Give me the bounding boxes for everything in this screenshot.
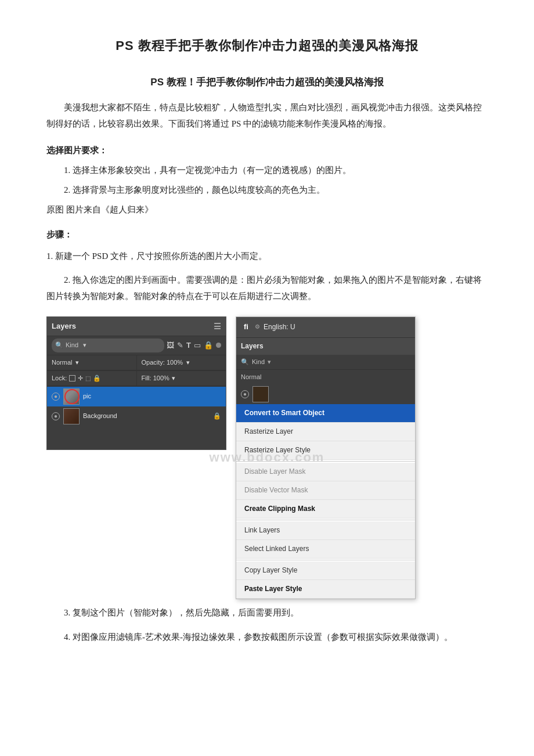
disable-vector-mask-item[interactable]: Disable Vector Mask	[236, 481, 415, 500]
origin-text: 原图 图片来自《超人归来》	[46, 202, 488, 218]
context-kind-arrow: ▾	[268, 357, 271, 368]
fill-dropdown[interactable]: ▾	[172, 373, 175, 384]
layer-bg-row[interactable]: ● Background 🔒	[47, 406, 226, 426]
settings-icon: ⚙	[255, 322, 260, 332]
fill-row[interactable]: Fill: 100% ▾	[137, 371, 226, 386]
layers-panel-header: Layers ☰	[47, 317, 226, 337]
select-linked-layers-item[interactable]: Select Linked Layers	[236, 540, 415, 559]
panels-container: www.bdocx.com Layers ☰ 🔍 Kind ▾ 🖼 ✎ T ▭ …	[46, 316, 488, 599]
move-icon[interactable]: ✛	[78, 373, 83, 384]
rasterize-layer-style-item[interactable]: Rasterize Layer Style	[236, 441, 415, 460]
lock-filter-icon[interactable]: 🔒	[204, 339, 213, 352]
opacity-label: Opacity: 100%	[142, 357, 183, 368]
paste-layer-style-item[interactable]: Paste Layer Style	[236, 580, 415, 599]
layers-title: Layers	[52, 320, 76, 333]
lang-label: English: U	[264, 321, 295, 333]
lock-pos-icon[interactable]: ⬚	[85, 373, 91, 384]
step-4: 4. 对图像应用滤镜库-艺术效果-海报边缘效果，参数按截图所示设置（参数可根据实…	[46, 629, 488, 646]
lock-row: Lock: ✛ ⬚ 🔒	[47, 371, 137, 386]
step-1: 1. 新建一个 PSD 文件，尺寸按照你所选的图片大小而定。	[46, 249, 488, 265]
select-item-1: 1. 选择主体形象较突出，具有一定视觉冲击力（有一定的透视感）的图片。	[64, 163, 488, 179]
context-divider-1	[236, 461, 415, 462]
blend-mode-dropdown[interactable]: ▾	[75, 357, 79, 368]
context-layer-thumb	[252, 386, 269, 402]
text-filter-icon[interactable]: T	[186, 339, 191, 352]
context-kind-label: Kind	[252, 357, 265, 368]
edit-filter-icon[interactable]: ✎	[177, 339, 183, 352]
circle-filter-icon[interactable]	[216, 343, 221, 348]
fill-label: Fill: 100%	[142, 373, 169, 384]
layers-toolbar-row: 🔍 Kind ▾ 🖼 ✎ T ▭ 🔒	[47, 336, 226, 355]
intro-paragraph: 美漫我想大家都不陌生，特点是比较粗犷，人物造型扎实，黑白对比强烈，画风视觉冲击力…	[46, 100, 488, 132]
sub-title: PS 教程！手把手教你制作冲击力超强的美漫风格海报	[46, 74, 488, 91]
lock-check-icon[interactable]	[69, 375, 75, 381]
blend-mode-row[interactable]: Normal ▾	[47, 355, 137, 370]
layers-menu-icon[interactable]: ☰	[214, 319, 221, 334]
layers-sub-header: Layers	[236, 337, 415, 355]
opacity-dropdown[interactable]: ▾	[186, 357, 190, 368]
kind-label: Kind	[66, 340, 78, 351]
steps-label: 步骤：	[46, 227, 488, 242]
context-search-row: 🔍 Kind ▾	[236, 355, 415, 370]
step-3: 3. 复制这个图片（智能对象），然后先隐藏，后面需要用到。	[46, 605, 488, 621]
search-icon: 🔍	[55, 340, 63, 351]
shape-filter-icon[interactable]: ▭	[194, 339, 201, 352]
context-search-icon: 🔍	[241, 357, 249, 368]
kind-dropdown-icon: ▾	[83, 340, 86, 351]
copy-layer-style-item[interactable]: Copy Layer Style	[236, 561, 415, 580]
link-layers-item[interactable]: Link Layers	[236, 521, 415, 540]
context-divider-3	[236, 560, 415, 560]
context-menu-panel: fi ⚙ English: U Layers 🔍 Kind ▾ Normal ●…	[236, 316, 416, 599]
layer-pic-thumbnail	[63, 388, 80, 405]
blend-mode-label: Normal	[52, 357, 72, 368]
section-select-label: 选择图片要求：	[46, 143, 488, 158]
context-divider-2	[236, 520, 415, 520]
select-item-2: 2. 选择背景与主形象明度对比强些的，颜色以纯度较高的亮色为主。	[64, 182, 488, 199]
lock-label: Lock:	[52, 373, 67, 384]
context-thumb-row: ●	[236, 384, 415, 404]
image-filter-icon[interactable]: 🖼	[167, 339, 174, 352]
layer-filter-icons: 🖼 ✎ T ▭ 🔒	[167, 339, 221, 352]
eye-icon-bg[interactable]: ●	[52, 412, 60, 420]
context-mode-label: Normal	[241, 373, 261, 380]
context-top-header: fi ⚙ English: U	[236, 317, 415, 337]
disable-layer-mask-item[interactable]: Disable Layer Mask	[236, 463, 415, 481]
convert-to-smart-object-item[interactable]: Convert to Smart Object	[236, 404, 415, 423]
layer-pic-row[interactable]: ● pic	[47, 387, 226, 406]
layer-bg-lock-icon: 🔒	[213, 411, 221, 422]
lock-full-icon[interactable]: 🔒	[93, 373, 101, 384]
context-eye-icon: ●	[241, 390, 249, 398]
eye-icon-pic[interactable]: ●	[52, 393, 60, 401]
layers-panel-left: Layers ☰ 🔍 Kind ▾ 🖼 ✎ T ▭ 🔒 Normal ▾	[46, 316, 226, 450]
context-mode-row: Normal	[236, 370, 415, 384]
opacity-row[interactable]: Opacity: 100% ▾	[137, 355, 226, 370]
step-2: 2. 拖入你选定的图片到画面中。需要强调的是：图片必须为智能对象，如果拖入的图片…	[46, 272, 488, 305]
layer-bg-thumbnail	[63, 408, 80, 424]
rasterize-layer-item[interactable]: Rasterize Layer	[236, 423, 415, 441]
create-clipping-mask-item[interactable]: Create Clipping Mask	[236, 500, 415, 519]
fi-badge: fi	[241, 319, 251, 335]
main-title: PS 教程手把手教你制作冲击力超强的美漫风格海报	[46, 35, 488, 57]
layer-bg-name: Background	[83, 411, 210, 422]
layer-pic-name: pic	[83, 391, 221, 402]
layers-search-box[interactable]: 🔍 Kind ▾	[52, 339, 164, 352]
